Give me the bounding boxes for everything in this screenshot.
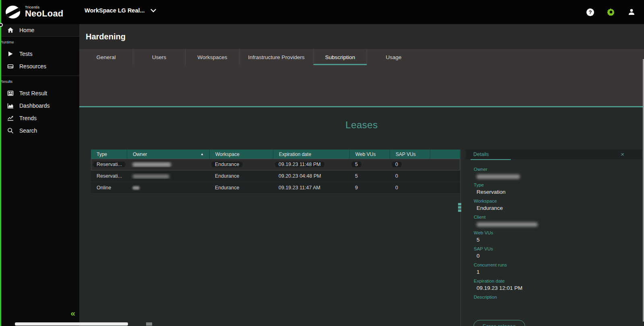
details-label-concurrent-runs: Concurrent runs	[474, 262, 642, 267]
details-label-expiration-date: Expiration date	[474, 279, 642, 283]
cell-text: 9	[355, 185, 358, 191]
cell-owner	[127, 162, 209, 167]
play-icon	[7, 51, 14, 57]
gear-icon[interactable]	[607, 8, 615, 16]
sidebar-section-results: Results	[0, 76, 79, 85]
cell-expiration-date: 09.20.23 04:48 PM	[273, 173, 349, 179]
details-panel: Details × OwnerTypeReservationWorkspaceE…	[466, 150, 642, 326]
neoload-logo-icon	[5, 4, 22, 21]
cell-expiration-date: 09.19.23 11:48 PM	[273, 162, 349, 167]
details-value-expiration-date: 09.19.23 12:01 PM	[477, 285, 642, 291]
column-header-owner[interactable]: Owner▲	[127, 150, 209, 159]
close-icon[interactable]: ×	[621, 151, 624, 158]
page-header: Hardening	[79, 24, 644, 49]
leases-table: TypeOwner▲WorkspaceExpiration dateWeb VU…	[91, 150, 460, 194]
cell-web-vus: 5	[349, 162, 390, 167]
cell-text: 5	[355, 173, 358, 179]
tabs-row: GeneralUsersWorkspacesInfrastructure Pro…	[79, 49, 644, 65]
sidebar-item-search[interactable]: Search	[0, 124, 79, 137]
sidebar-section-runtime: Runtime	[0, 37, 79, 46]
redacted-owner	[132, 162, 171, 167]
force-release-button[interactable]: Force release	[473, 320, 525, 326]
workspace-selector[interactable]: WorkSpace LG Real...	[85, 7, 156, 14]
chevron-down-icon	[151, 9, 156, 12]
cell-text: 09.19.23 11:48 PM	[275, 162, 324, 167]
cell-workspace: Endurance	[209, 162, 273, 167]
cell-sap-vus: 0	[390, 173, 430, 179]
details-label-workspace: Workspace	[474, 199, 642, 203]
tab-subscription[interactable]: Subscription	[313, 49, 367, 65]
redacted-client	[477, 222, 538, 227]
table-header-row: TypeOwner▲WorkspaceExpiration dateWeb VU…	[91, 150, 460, 159]
cell-workspace: Endurance	[209, 173, 273, 179]
cell-text: Online	[97, 185, 111, 191]
sidebar-item-test-result[interactable]: Test Result	[0, 87, 79, 99]
details-label-type: Type	[474, 182, 642, 187]
sidebar-item-label: Search	[19, 127, 37, 134]
workspace-selector-label: WorkSpace LG Real...	[85, 7, 145, 14]
brand-neoload: NeoLoad	[25, 8, 64, 19]
redacted-owner	[132, 186, 140, 190]
user-icon[interactable]	[628, 8, 635, 16]
tab-infrastructure-providers[interactable]: Infrastructure Providers	[239, 49, 313, 65]
cell-text: 0	[395, 185, 398, 191]
cell-text: 0	[395, 173, 398, 179]
cell-type: Reservati...	[91, 162, 127, 167]
details-header: Details ×	[466, 150, 642, 159]
column-header-web-vus[interactable]: Web VUs	[349, 150, 390, 159]
details-value-concurrent-runs: 1	[477, 269, 642, 275]
cell-text: Endurance	[215, 173, 239, 179]
column-header-spacer	[430, 150, 460, 159]
cell-sap-vus: 0	[390, 162, 430, 167]
screen-left-edge	[0, 0, 1, 326]
details-value-description	[477, 301, 642, 307]
sidebar-item-resources[interactable]: Resources	[0, 60, 79, 72]
sidebar-item-trends[interactable]: Trends	[0, 112, 79, 124]
details-label-sap-vus: SAP VUs	[474, 246, 642, 251]
table-row[interactable]: Reservati...Endurance09.20.23 04:48 PM50	[91, 170, 460, 182]
tab-bar: GeneralUsersWorkspacesInfrastructure Pro…	[79, 49, 644, 107]
tab-general[interactable]: General	[79, 49, 133, 65]
drive-icon	[7, 63, 14, 70]
neoload-logo: Tricentis NeoLoad	[5, 4, 64, 21]
details-label-description: Description	[474, 295, 642, 299]
cell-text: Reservati...	[97, 173, 122, 179]
details-value-sap-vus: 0	[477, 253, 642, 259]
cell-owner	[127, 173, 209, 179]
newspaper-icon	[7, 90, 14, 96]
table-row[interactable]: Reservati...Endurance09.19.23 11:48 PM50	[91, 159, 460, 170]
details-label-web-vus: Web VUs	[474, 230, 642, 235]
sidebar-item-dashboards[interactable]: Dashboards	[0, 99, 79, 112]
help-icon[interactable]: ?	[586, 8, 594, 16]
sidebar-item-label: Trends	[19, 115, 37, 121]
panel-resize-handle[interactable]	[458, 203, 462, 212]
horizontal-scrollbar-fragment	[146, 322, 152, 326]
cell-sap-vus: 0	[390, 185, 430, 191]
sidebar-item-label: Test Result	[19, 90, 47, 96]
details-title: Details	[473, 152, 489, 157]
cell-text: Endurance	[211, 162, 243, 167]
table-row[interactable]: OnlineEndurance09.19.23 11:47 AM90	[91, 182, 460, 194]
app-window: Tricentis NeoLoad WorkSpace LG Real... ?	[0, 0, 644, 326]
details-value-workspace: Endurance	[477, 205, 642, 211]
column-header-type[interactable]: Type	[91, 150, 127, 159]
column-header-workspace[interactable]: Workspace	[209, 150, 273, 159]
sidebar-item-label: Resources	[19, 63, 46, 70]
details-value-type: Reservation	[477, 189, 642, 195]
horizontal-scrollbar-thumb[interactable]	[15, 322, 128, 326]
tab-workspaces[interactable]: Workspaces	[185, 49, 239, 65]
main-area: Hardening GeneralUsersWorkspacesInfrastr…	[79, 24, 644, 326]
cell-text: 5	[351, 162, 361, 167]
tab-usage[interactable]: Usage	[367, 49, 420, 65]
details-label-owner: Owner	[474, 167, 642, 172]
sidebar-item-tests[interactable]: Tests	[0, 47, 79, 60]
cell-text: 09.19.23 11:47 AM	[279, 185, 320, 191]
cell-text: Endurance	[215, 185, 239, 191]
details-label-client: Client	[474, 215, 642, 219]
tab-users[interactable]: Users	[133, 49, 185, 65]
column-header-sap-vus[interactable]: SAP VUs	[390, 150, 430, 159]
sidebar-item-home[interactable]: Home	[0, 24, 79, 36]
sidebar-collapse-button[interactable]: «	[70, 309, 75, 317]
sidebar-item-label: Dashboards	[19, 103, 50, 109]
column-header-expiration-date[interactable]: Expiration date	[273, 150, 349, 159]
